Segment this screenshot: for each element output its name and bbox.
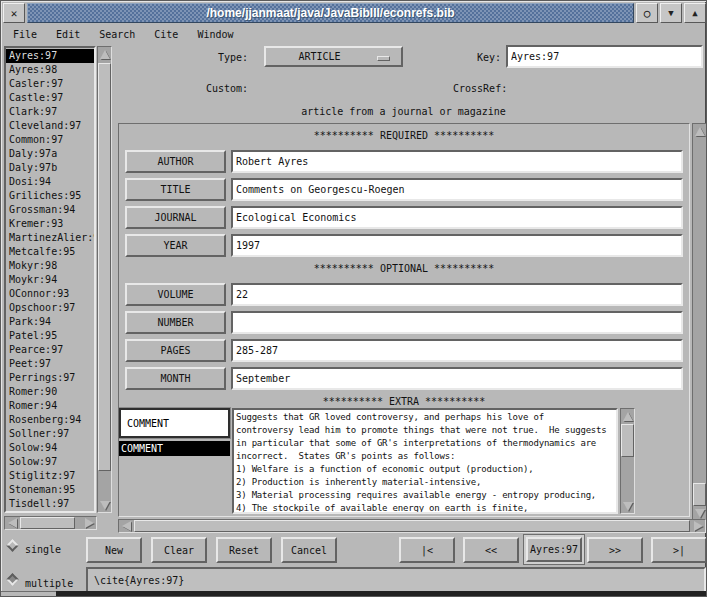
reference-list-item[interactable]: Kremer:93 xyxy=(6,217,94,231)
field-label-button[interactable]: PAGES xyxy=(125,339,226,362)
reference-list-item[interactable]: Rosenberg:94 xyxy=(6,413,94,427)
field-value-input[interactable] xyxy=(231,311,683,334)
menu-item[interactable]: Search xyxy=(99,28,146,41)
menu-item[interactable]: File xyxy=(13,28,48,41)
scrollbar-thumb[interactable] xyxy=(621,424,634,457)
reset-button[interactable]: Reset xyxy=(216,537,272,563)
window-resize-corner[interactable] xyxy=(1,591,56,596)
field-value-input[interactable] xyxy=(231,367,683,390)
reference-list-item[interactable]: OConnor:93 xyxy=(6,287,94,301)
reference-list-item[interactable]: Solow:94 xyxy=(6,441,94,455)
reference-list-item[interactable]: Metcalfe:95 xyxy=(6,245,94,259)
reference-list-item[interactable]: Sollner:97 xyxy=(6,427,94,441)
multiple-mode-radio[interactable] xyxy=(6,573,19,586)
reference-list-item[interactable]: Opschoor:97 xyxy=(6,301,94,315)
reference-list-item[interactable]: Romer:90 xyxy=(6,385,94,399)
scroll-down-button[interactable] xyxy=(98,498,111,512)
scroll-down-button[interactable] xyxy=(693,506,706,520)
field-value-input[interactable] xyxy=(231,234,683,257)
reference-list-item[interactable]: MartinezAlier:97 xyxy=(6,231,94,245)
field-label-button[interactable]: VOLUME xyxy=(125,283,226,306)
menu-item[interactable]: Cite xyxy=(154,28,189,41)
reference-list-hscrollbar[interactable] xyxy=(4,516,97,530)
reference-list-item[interactable]: Ayres:98 xyxy=(6,63,94,77)
reference-list-item[interactable]: Cleveland:97 xyxy=(6,119,94,133)
reference-list-item[interactable]: Dosi:94 xyxy=(6,175,94,189)
new-button[interactable]: New xyxy=(86,537,142,563)
iconify-button[interactable]: ▼ xyxy=(660,3,682,23)
scrollbar-thumb[interactable] xyxy=(20,517,75,529)
reference-list-item[interactable]: Daly:97b xyxy=(6,161,94,175)
reference-list-item[interactable]: Casler:97 xyxy=(6,77,94,91)
scroll-up-button[interactable] xyxy=(621,409,634,423)
reference-list-item[interactable]: Moykr:94 xyxy=(6,273,94,287)
extra-field-text-area[interactable] xyxy=(232,408,618,514)
reference-list-item[interactable]: Stiglitz:97 xyxy=(6,469,94,483)
reference-list-item[interactable]: Daly:97a xyxy=(6,147,94,161)
close-button[interactable]: ✕ xyxy=(3,3,25,23)
reference-list-item[interactable]: Stoneman:95 xyxy=(6,483,94,497)
field-value-input[interactable] xyxy=(231,339,683,362)
scroll-right-button[interactable] xyxy=(82,517,96,529)
scroll-left-button[interactable] xyxy=(119,520,133,532)
field-label-button[interactable]: AUTHOR xyxy=(125,150,226,173)
cite-string-input[interactable] xyxy=(86,567,706,593)
reference-list-item[interactable]: Pearce:97 xyxy=(6,343,94,357)
scroll-up-icon xyxy=(100,50,110,59)
reference-list-item[interactable]: Patel:95 xyxy=(6,329,94,343)
field-value-input[interactable] xyxy=(231,150,683,173)
field-value-input[interactable] xyxy=(231,206,683,229)
reference-list-item[interactable]: Peet:97 xyxy=(6,357,94,371)
menu-item[interactable]: Edit xyxy=(56,28,91,41)
scroll-right-button[interactable] xyxy=(691,520,705,532)
nav-last-button[interactable]: >| xyxy=(651,537,707,563)
field-label-button[interactable]: JOURNAL xyxy=(125,206,226,229)
nav-current-button[interactable]: Ayres:97 xyxy=(526,537,582,562)
reference-list-item[interactable]: Mokyr:98 xyxy=(6,259,94,273)
scroll-left-button[interactable] xyxy=(5,517,19,529)
reference-list-item[interactable]: Tisdell:97 xyxy=(6,497,94,511)
clear-button[interactable]: Clear xyxy=(151,537,207,563)
extra-field-name-input[interactable] xyxy=(119,408,230,438)
scroll-down-button[interactable] xyxy=(621,499,634,513)
field-value-input[interactable] xyxy=(231,178,683,201)
panel-vscrollbar[interactable] xyxy=(692,123,707,521)
field-label-button[interactable]: NUMBER xyxy=(125,311,226,334)
extra-field-list-item[interactable]: COMMENT xyxy=(119,441,230,456)
reference-list-item[interactable]: Grossman:94 xyxy=(6,203,94,217)
field-label-button[interactable]: YEAR xyxy=(125,234,226,257)
scrollbar-thumb[interactable] xyxy=(693,483,706,506)
scrollbar-thumb[interactable] xyxy=(98,63,111,471)
single-mode-label[interactable]: single xyxy=(25,544,61,555)
reference-list-vscrollbar[interactable] xyxy=(97,46,112,513)
nav-prev-button[interactable]: << xyxy=(463,537,519,563)
scroll-up-button[interactable] xyxy=(98,47,111,61)
cancel-button[interactable]: Cancel xyxy=(281,537,337,563)
scroll-up-button[interactable] xyxy=(693,124,706,138)
reference-list-item[interactable]: Clark:97 xyxy=(6,105,94,119)
restore-button[interactable]: ○ xyxy=(636,3,658,23)
field-value-input[interactable] xyxy=(231,283,683,306)
multiple-mode-label[interactable]: multiple xyxy=(25,578,73,589)
titlebar-title-area[interactable]: /home/jjanmaat/java/JavaBibIII/econrefs.… xyxy=(27,3,634,23)
field-label-button[interactable]: MONTH xyxy=(125,367,226,390)
reference-list-item[interactable]: Castle:97 xyxy=(6,91,94,105)
reference-list-item[interactable]: Park:94 xyxy=(6,315,94,329)
reference-list-item[interactable]: Solow:97 xyxy=(6,455,94,469)
reference-list-item[interactable]: Griliches:95 xyxy=(6,189,94,203)
menu-item[interactable]: Window xyxy=(197,28,244,41)
maximize-button[interactable]: ▲ xyxy=(684,3,706,23)
panel-hscrollbar[interactable] xyxy=(118,519,706,533)
key-input[interactable] xyxy=(506,45,703,68)
field-label-button[interactable]: TITLE xyxy=(125,178,226,201)
reference-list-item[interactable]: Common:97 xyxy=(6,133,94,147)
textarea-vscrollbar[interactable] xyxy=(620,408,635,514)
reference-list-item[interactable]: Perrings:97 xyxy=(6,371,94,385)
reference-list-item[interactable]: Romer:94 xyxy=(6,399,94,413)
nav-next-button[interactable]: >> xyxy=(587,537,643,563)
single-mode-radio[interactable] xyxy=(6,539,19,552)
scrollbar-thumb[interactable] xyxy=(134,520,690,532)
type-option-menu[interactable]: ARTICLE xyxy=(264,46,403,67)
nav-first-button[interactable]: |< xyxy=(399,537,455,563)
reference-list-item[interactable]: Ayres:97 xyxy=(6,49,94,63)
